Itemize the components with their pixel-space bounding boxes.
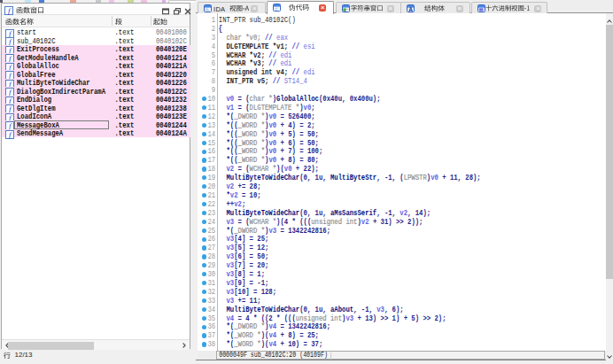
svg-text:A: A: [408, 6, 413, 12]
